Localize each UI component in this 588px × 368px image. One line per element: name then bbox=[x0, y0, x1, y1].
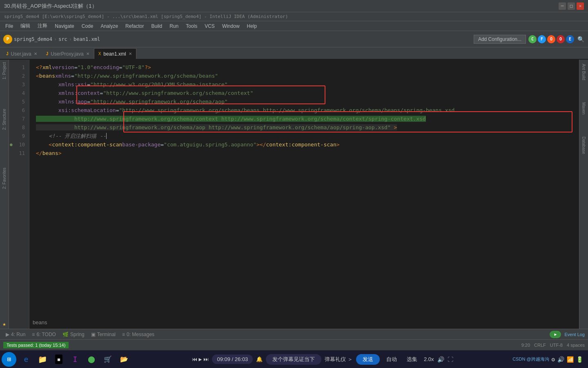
code-line-7: http://www.springframework.org/schema/co… bbox=[36, 114, 588, 123]
tab-bean1-xml[interactable]: X bean1.xml ✕ bbox=[94, 48, 136, 59]
l11-open: </ bbox=[36, 150, 42, 156]
search-icon[interactable]: 🔍 bbox=[577, 35, 585, 43]
sidebar-maven[interactable]: Maven bbox=[581, 100, 587, 117]
tab-user-java-label: User.java bbox=[11, 51, 31, 57]
settings-icon[interactable]: ⚙ bbox=[552, 356, 555, 363]
fullscreen-icon[interactable]: ⛶ bbox=[448, 356, 453, 363]
tab-userproxy-close[interactable]: ✕ bbox=[86, 52, 89, 56]
play-button-icon[interactable]: ▶ bbox=[199, 356, 202, 362]
l10-attr: base-package bbox=[122, 141, 160, 148]
code-content[interactable]: <?xml version="1.0" encoding="UTF-8" ?> … bbox=[29, 60, 588, 329]
edge-icon[interactable]: E bbox=[566, 35, 574, 43]
tab-userproxy-java[interactable]: J UserProxy.java ✕ bbox=[42, 48, 94, 59]
l5-indent bbox=[36, 99, 58, 105]
battery-icon[interactable]: 🔋 bbox=[576, 356, 583, 363]
subtitle-bar: spring5_demo4 [E:\work\spring5_demo4] - … bbox=[0, 12, 588, 21]
select-button[interactable]: 选集 bbox=[403, 356, 421, 363]
menu-edit[interactable]: 编辑 bbox=[17, 22, 33, 30]
volume-sys-icon[interactable]: 🔊 bbox=[557, 356, 564, 363]
l7-val: http://www.springframework.org/schema/co… bbox=[74, 116, 426, 122]
l3-indent bbox=[36, 81, 58, 88]
breadcrumb-src[interactable]: src bbox=[58, 36, 67, 42]
menu-vcs[interactable]: VCS bbox=[201, 22, 218, 30]
favorites-star-icon[interactable]: ★ bbox=[2, 321, 6, 327]
event-log-button[interactable]: ▶ bbox=[550, 331, 561, 338]
text-cursor bbox=[106, 133, 107, 139]
l8-val: http://www.springframework.org/schema/ao… bbox=[74, 124, 391, 130]
menu-navigate[interactable]: Navigate bbox=[51, 22, 77, 30]
taskbar-app-store[interactable]: 🛒 bbox=[100, 352, 115, 367]
maximize-button[interactable]: □ bbox=[568, 2, 575, 10]
menu-window[interactable]: Window bbox=[219, 22, 243, 30]
project-icon[interactable]: P bbox=[3, 35, 12, 44]
play-next-icon[interactable]: ⏭ bbox=[203, 356, 209, 362]
danmaku-礼仪[interactable]: 弹幕礼仪 ＞ bbox=[325, 356, 353, 363]
run-label: 4: Run bbox=[11, 332, 25, 337]
status-crlf: CRLF bbox=[534, 343, 546, 348]
breadcrumb-project[interactable]: spring5_demo4 bbox=[14, 36, 52, 42]
chrome-icon[interactable]: C bbox=[528, 35, 537, 43]
l10-tag: context:component-scan bbox=[52, 141, 122, 148]
files-icon: 📂 bbox=[120, 355, 128, 363]
start-button[interactable]: ⊞ bbox=[2, 352, 16, 367]
l10-closetag: context:component-scan bbox=[266, 141, 336, 148]
menu-build[interactable]: Build bbox=[148, 22, 165, 30]
bottom-spring[interactable]: 🌿 Spring bbox=[60, 332, 87, 337]
csdn-label: CSDN @跨越海沟 bbox=[512, 356, 549, 362]
l5-attr: xmlns:aop bbox=[58, 99, 87, 105]
add-configuration-button[interactable]: Add Configuration... bbox=[474, 35, 526, 44]
editor-area[interactable]: 1 2 3 4 5 6 7 8 9 ● 10 11 bbox=[9, 60, 588, 329]
auto-button[interactable]: 自动 bbox=[383, 356, 400, 363]
sidebar-item-favorites[interactable]: 2: Favorites bbox=[1, 165, 7, 191]
tab-user-java[interactable]: J User.java ✕ bbox=[2, 48, 42, 59]
bottom-messages[interactable]: ≡ 0: Messages bbox=[120, 332, 157, 337]
terminal-label: Terminal bbox=[97, 332, 116, 337]
play-prev-icon[interactable]: ⏮ bbox=[192, 356, 197, 362]
code-line-5: xmlns:aop="http://www.springframework.or… bbox=[36, 97, 588, 106]
taskbar-app-ie[interactable]: e bbox=[19, 352, 33, 367]
bottom-terminal[interactable]: ▣ Terminal bbox=[89, 332, 118, 337]
event-log-icon: ▶ bbox=[554, 332, 557, 337]
tab-user-java-close[interactable]: ✕ bbox=[34, 52, 37, 56]
bottom-run[interactable]: ▶ 4: Run bbox=[3, 332, 28, 337]
menu-refactor[interactable]: Refactor bbox=[122, 22, 147, 30]
spring-label: Spring bbox=[70, 332, 85, 337]
volume-icon[interactable]: 🔊 bbox=[437, 356, 444, 363]
l10-gt: > bbox=[336, 141, 340, 148]
send-danmaku-button[interactable]: 发送 bbox=[356, 354, 380, 365]
close-button[interactable]: ✕ bbox=[577, 2, 584, 10]
menu-analyze[interactable]: Analyze bbox=[97, 22, 121, 30]
breadcrumb-file[interactable]: bean1.xml bbox=[74, 36, 100, 42]
code-line-8: http://www.springframework.org/schema/ao… bbox=[36, 123, 588, 132]
opera-icon[interactable]: O bbox=[547, 35, 555, 43]
taskbar-app-chrome[interactable]: ⬤ bbox=[84, 352, 99, 367]
menu-comment[interactable]: 注释 bbox=[34, 22, 51, 30]
l2-tag: beans bbox=[39, 73, 55, 79]
breadcrumb: spring5_demo4 › src › bean1.xml bbox=[14, 36, 100, 42]
event-log-label[interactable]: Event Log bbox=[564, 332, 585, 337]
sidebar-item-project[interactable]: 1: Project bbox=[1, 60, 7, 82]
menu-tools[interactable]: Tools bbox=[183, 22, 200, 30]
menu-code[interactable]: Code bbox=[78, 22, 97, 30]
minimize-button[interactable]: ─ bbox=[559, 2, 566, 10]
left-sidebar: 1: Project 2: Structure 2: Favorites ★ bbox=[0, 60, 9, 329]
taskbar-app-files[interactable]: 📂 bbox=[117, 352, 131, 367]
sidebar-ant-build[interactable]: Ant Build bbox=[581, 61, 587, 83]
menu-help[interactable]: Help bbox=[244, 22, 261, 30]
taskbar-app-idea[interactable]: I bbox=[68, 352, 82, 367]
line-num-3: 3 bbox=[9, 80, 29, 89]
opera2-icon[interactable]: O bbox=[557, 35, 565, 43]
l2-val: "http://www.springframework.org/schema/b… bbox=[74, 73, 218, 79]
taskbar-app-terminal[interactable]: ▪ bbox=[51, 352, 66, 367]
menu-run[interactable]: Run bbox=[166, 22, 182, 30]
bottom-todo[interactable]: ≡ 6: TODO bbox=[29, 332, 58, 337]
sidebar-item-structure[interactable]: 2: Structure bbox=[1, 106, 7, 132]
speed-display[interactable]: 2.0x bbox=[424, 356, 434, 362]
tab-bean1-xml-close[interactable]: ✕ bbox=[129, 52, 132, 56]
taskbar-app-explorer[interactable]: 📁 bbox=[35, 352, 50, 367]
menu-file[interactable]: File bbox=[2, 22, 16, 30]
l4-val: "http://www.springframework.org/schema/c… bbox=[103, 90, 253, 96]
network-icon[interactable]: 📶 bbox=[567, 356, 574, 363]
sidebar-database[interactable]: Database bbox=[581, 134, 587, 157]
firefox-icon[interactable]: F bbox=[538, 35, 546, 43]
